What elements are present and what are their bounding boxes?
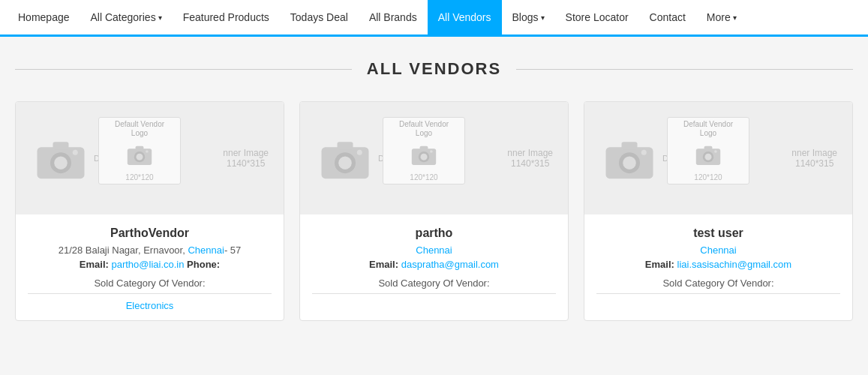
- logo-size-text: 120*120: [694, 173, 722, 182]
- vendor-name: partho: [312, 226, 556, 240]
- vendor-card: D Default VendorLogo 120*120 nner Image …: [584, 101, 853, 321]
- logo-camera-icon: [410, 141, 437, 170]
- sold-category-divider: [312, 293, 556, 294]
- banner-camera-icon: [599, 128, 659, 188]
- vendor-info: partho Chennai Email: daspratha@gmail.co…: [300, 214, 568, 309]
- page-content: ALL VENDORS D Default VendorLogo: [0, 37, 868, 344]
- nav-item-all-vendors[interactable]: All Vendors: [428, 0, 502, 36]
- vendor-card: D Default VendorLogo 120*120 nner Image …: [15, 101, 284, 321]
- svg-point-29: [714, 150, 717, 153]
- vendor-banner: D Default VendorLogo 120*120 nner Image …: [584, 102, 852, 214]
- logo-label-text: Default VendorLogo: [115, 120, 164, 138]
- svg-rect-3: [53, 142, 69, 150]
- svg-point-12: [338, 156, 352, 170]
- vendor-contact: Email: daspratha@gmail.com: [312, 259, 556, 270]
- vendor-email[interactable]: partho@liai.co.in: [111, 259, 184, 270]
- svg-point-9: [146, 150, 149, 153]
- svg-point-4: [73, 150, 78, 155]
- page-title: ALL VENDORS: [352, 59, 516, 79]
- svg-point-22: [623, 156, 636, 170]
- svg-rect-23: [622, 142, 638, 150]
- banner-size-text: 1140*315: [223, 158, 269, 169]
- svg-rect-13: [338, 142, 353, 150]
- vendor-contact: Email: partho@liai.co.in Phone:: [28, 259, 272, 270]
- vendor-name: test user: [596, 226, 840, 240]
- vendor-address-link[interactable]: Chennai: [188, 244, 224, 256]
- vendor-name: ParthoVendor: [28, 226, 272, 240]
- phone-label: Phone:: [187, 259, 220, 270]
- banner-camera-icon: [315, 128, 375, 188]
- section-title-wrap: ALL VENDORS: [15, 59, 853, 79]
- sold-category-label: Sold Category Of Vendor:: [28, 278, 272, 289]
- main-nav: HomepageAll Categories ▾Featured Product…: [0, 0, 868, 37]
- nav-item-blogs[interactable]: Blogs ▾: [502, 0, 555, 36]
- nav-item-featured-products[interactable]: Featured Products: [173, 0, 280, 36]
- sold-category-divider: [28, 293, 272, 294]
- nav-item-all-categories[interactable]: All Categories ▾: [80, 0, 173, 36]
- section-title-line-right: [516, 69, 853, 70]
- banner-text-overlay: nner Image 1140*315: [507, 148, 553, 169]
- svg-point-2: [54, 156, 68, 170]
- sold-category-value: Electronics: [28, 300, 272, 311]
- svg-rect-8: [136, 146, 144, 150]
- vendor-address: Chennai: [312, 244, 556, 256]
- vendor-banner: D Default VendorLogo 120*120 nner Image …: [16, 102, 284, 214]
- banner-camera-icon: [31, 128, 91, 188]
- logo-camera-icon: [126, 141, 153, 170]
- email-label: Email:: [369, 259, 398, 270]
- banner-size-text: 1140*315: [791, 158, 837, 169]
- logo-size-text: 120*120: [410, 173, 437, 182]
- vendor-address-link[interactable]: Chennai: [700, 244, 736, 256]
- vendor-info: test user Chennai Email: liai.sasisachin…: [584, 214, 852, 309]
- svg-point-7: [137, 154, 143, 160]
- svg-point-14: [357, 150, 362, 155]
- vendor-address: Chennai: [596, 244, 840, 256]
- nav-item-more[interactable]: More ▾: [696, 0, 747, 36]
- vendor-email[interactable]: liai.sasisachin@gmail.com: [677, 259, 792, 270]
- chevron-down-icon: ▾: [733, 14, 737, 22]
- nav-item-todays-deal[interactable]: Todays Deal: [280, 0, 359, 36]
- vendor-email[interactable]: daspratha@gmail.com: [401, 259, 499, 270]
- vendor-contact: Email: liai.sasisachin@gmail.com: [596, 259, 840, 270]
- banner-text-overlay: nner Image 1140*315: [223, 148, 269, 169]
- vendor-address-link[interactable]: Chennai: [416, 244, 452, 256]
- section-title-line-left: [15, 69, 352, 70]
- vendor-logo-box: Default VendorLogo 120*120: [98, 117, 181, 184]
- svg-rect-28: [704, 146, 713, 150]
- logo-label-text: Default VendorLogo: [683, 120, 733, 138]
- banner-text-overlay: nner Image 1140*315: [791, 148, 837, 169]
- vendor-banner: D Default VendorLogo 120*120 nner Image …: [300, 102, 568, 214]
- banner-size-text: 1140*315: [507, 158, 553, 169]
- sold-category-label: Sold Category Of Vendor:: [596, 278, 840, 289]
- vendor-logo-box: Default VendorLogo 120*120: [383, 117, 465, 184]
- vendor-logo-box: Default VendorLogo 120*120: [667, 117, 749, 184]
- chevron-down-icon: ▾: [158, 14, 162, 22]
- svg-point-19: [430, 150, 433, 153]
- svg-point-24: [641, 150, 647, 155]
- nav-item-all-brands[interactable]: All Brands: [359, 0, 428, 36]
- svg-point-27: [705, 154, 712, 160]
- vendor-address: 21/28 Balaji Nagar, Ernavoor, Chennai- 5…: [28, 244, 272, 256]
- banner-inner-label: nner Image: [507, 148, 553, 158]
- svg-rect-18: [420, 146, 428, 150]
- logo-label-text: Default VendorLogo: [399, 120, 449, 138]
- logo-camera-icon: [695, 141, 722, 170]
- logo-size-text: 120*120: [125, 173, 153, 182]
- banner-inner-label: nner Image: [223, 148, 269, 158]
- sold-category-label: Sold Category Of Vendor:: [312, 278, 556, 289]
- svg-point-17: [421, 154, 428, 160]
- email-label: Email:: [80, 259, 109, 270]
- vendor-card: D Default VendorLogo 120*120 nner Image …: [299, 101, 569, 321]
- banner-inner-label: nner Image: [791, 148, 837, 158]
- email-label: Email:: [645, 259, 674, 270]
- vendor-info: ParthoVendor 21/28 Balaji Nagar, Ernavoo…: [16, 214, 284, 320]
- nav-item-store-locator[interactable]: Store Locator: [555, 0, 639, 36]
- nav-item-contact[interactable]: Contact: [639, 0, 696, 36]
- vendor-grid: D Default VendorLogo 120*120 nner Image …: [15, 101, 853, 321]
- sold-category-divider: [596, 293, 840, 294]
- nav-item-homepage[interactable]: Homepage: [8, 0, 80, 36]
- chevron-down-icon: ▾: [541, 14, 545, 22]
